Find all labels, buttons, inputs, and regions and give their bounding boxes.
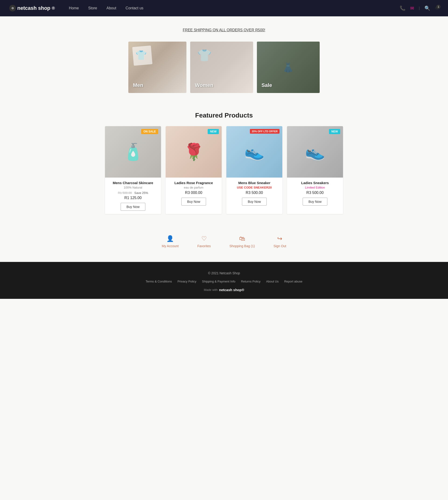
logo-sup: ® <box>52 6 55 11</box>
blue-sneaker-price: R3 500.00 <box>230 191 279 195</box>
products-grid: 🧴 ON SALE Mens Charcoal Skincare 100% Na… <box>105 126 343 214</box>
category-men-label: Men <box>133 82 143 88</box>
footer-copyright: © 2021 Netcash Shop <box>5 271 443 275</box>
blue-sneaker-image: 👟 <box>226 126 282 178</box>
ladies-sneaker-sub: Limited Edition <box>290 186 340 189</box>
banner-link[interactable]: FREE SHIPPING ON ALL ORDERS OVER R500! <box>183 28 265 32</box>
featured-section: Featured Products 🧴 ON SALE Mens Charcoa… <box>96 102 352 223</box>
logo-icon-circle: ⊙ <box>9 5 16 11</box>
blue-sneaker-buy-button[interactable]: Buy Now <box>242 198 267 206</box>
footer-links: Terms & Conditions Privacy Policy Shippi… <box>5 280 443 283</box>
divider: | <box>419 6 420 10</box>
ladies-sneaker-info: Ladies Sneakers Limited Edition R3 500.0… <box>287 178 343 209</box>
nav-store[interactable]: Store <box>88 6 97 10</box>
blue-sneaker-info: Mens Blue Sneaker USE CODE SNEAKER20 R3 … <box>226 178 282 209</box>
sign-out-icon: ↪ <box>277 235 282 242</box>
product-image-blue-sneaker: 👟 20% OFF LTD OFFER <box>226 126 282 178</box>
cart-icon[interactable]: 🛍 1 <box>435 6 439 10</box>
fragrance-name: Ladies Rose Fragrance <box>169 181 218 185</box>
skincare-buy-button[interactable]: Buy Now <box>121 203 145 211</box>
skincare-emoji: 🧴 <box>123 142 143 161</box>
fragrance-sub: eau de parfum <box>169 186 218 189</box>
category-sale[interactable]: 👗 Sale <box>257 42 320 93</box>
featured-title: Featured Products <box>105 112 343 119</box>
made-with-text: Made with <box>204 288 218 292</box>
email-icon[interactable]: ✉ <box>410 5 414 11</box>
ladies-sneaker-buy-button[interactable]: Buy Now <box>303 198 327 206</box>
phone-icon[interactable]: 📞 <box>400 5 405 11</box>
product-image-ladies-sneaker: 👟 NEW <box>287 126 343 178</box>
sign-out-label: Sign Out <box>273 244 286 248</box>
footer-nav: 👤 My Account ♡ Favorites 🛍 Shopping Bag … <box>0 223 448 262</box>
footer-terms[interactable]: Terms & Conditions <box>146 280 172 283</box>
category-men[interactable]: Men <box>128 42 186 93</box>
skincare-info: Mens Charcoal Skincare 100% Natural R1 5… <box>105 178 161 214</box>
logo-text: netcash shop <box>17 5 50 11</box>
ladies-sneaker-name: Ladies Sneakers <box>290 181 340 185</box>
footer-logo-text: netcash shop® <box>219 288 244 292</box>
footer-returns[interactable]: Returns Policy <box>241 280 261 283</box>
blue-sneaker-name: Mens Blue Sneaker <box>230 181 279 185</box>
blue-sneaker-sub: USE CODE SNEAKER20 <box>230 186 279 189</box>
fragrance-badge: NEW <box>208 129 219 134</box>
ladies-sneaker-badge: NEW <box>329 129 340 134</box>
favorites-icon: ♡ <box>201 235 207 242</box>
product-image-fragrance: 🌹 NEW <box>166 126 222 178</box>
site-logo[interactable]: ⊙ netcash shop® <box>9 5 55 11</box>
blue-sneaker-badge: 20% OFF LTD OFFER <box>250 129 280 134</box>
banner-section: FREE SHIPPING ON ALL ORDERS OVER R500! <box>0 16 448 37</box>
blue-sneaker-emoji: 👟 <box>244 142 265 161</box>
product-card-ladies-sneaker: 👟 NEW Ladies Sneakers Limited Edition R3… <box>287 126 343 214</box>
ladies-sneaker-price: R3 500.00 <box>290 191 340 195</box>
skincare-sub: 100% Natural <box>108 186 158 189</box>
favorites-label: Favorites <box>197 244 211 248</box>
nav-home[interactable]: Home <box>69 6 79 10</box>
my-account-label: My Account <box>162 244 178 248</box>
footer-shipping[interactable]: Shipping & Payment Info <box>202 280 235 283</box>
skincare-badge: ON SALE <box>141 129 158 134</box>
fragrance-info: Ladies Rose Fragrance eau de parfum R3 0… <box>166 178 222 209</box>
skincare-save: Save 25% <box>134 191 148 195</box>
category-grid: Men 👕 Women 👗 Sale <box>119 37 329 102</box>
fragrance-buy-button[interactable]: Buy Now <box>181 198 206 206</box>
fragrance-emoji: 🌹 <box>184 142 204 161</box>
main-nav: Home Store About Contact us <box>69 6 400 10</box>
footer-made-with: Made with netcash shop® <box>5 288 443 292</box>
cart-badge: 1 <box>436 5 441 9</box>
skincare-name: Mens Charcoal Skincare <box>108 181 158 185</box>
favorites-nav-item[interactable]: ♡ Favorites <box>197 235 211 248</box>
ladies-sneaker-emoji: 👟 <box>305 142 325 161</box>
nav-contact[interactable]: Contact us <box>126 6 143 10</box>
main-content: FREE SHIPPING ON ALL ORDERS OVER R500! M… <box>0 16 448 262</box>
header-actions: 📞 ✉ | 🔍 🛍 1 <box>400 5 439 11</box>
my-account-icon: 👤 <box>166 235 174 242</box>
footer-about-us[interactable]: About Us <box>266 280 279 283</box>
footer-privacy[interactable]: Privacy Policy <box>177 280 196 283</box>
product-card-fragrance: 🌹 NEW Ladies Rose Fragrance eau de parfu… <box>166 126 222 214</box>
shopping-bag-label: Shopping Bag (1) <box>229 244 255 248</box>
fragrance-price: R3 000.00 <box>169 191 218 195</box>
site-header: ⊙ netcash shop® Home Store About Contact… <box>0 0 448 16</box>
product-image-skincare: 🧴 ON SALE <box>105 126 161 178</box>
product-card-blue-sneaker: 👟 20% OFF LTD OFFER Mens Blue Sneaker US… <box>226 126 282 214</box>
my-account-nav-item[interactable]: 👤 My Account <box>162 235 178 248</box>
search-icon[interactable]: 🔍 <box>424 5 430 11</box>
skincare-was: R1 500.00 <box>118 191 132 195</box>
nav-about[interactable]: About <box>106 6 116 10</box>
shopping-bag-icon: 🛍 <box>239 235 245 242</box>
site-footer: © 2021 Netcash Shop Terms & Conditions P… <box>0 262 448 299</box>
skincare-price-line: R1 500.00 Save 25% <box>108 191 158 195</box>
skincare-price: R1 125.00 <box>108 196 158 200</box>
category-women-label: Women <box>195 82 213 88</box>
product-card-skincare: 🧴 ON SALE Mens Charcoal Skincare 100% Na… <box>105 126 161 214</box>
category-women[interactable]: 👕 Women <box>190 42 253 93</box>
shopping-bag-nav-item[interactable]: 🛍 Shopping Bag (1) <box>229 235 255 248</box>
sign-out-nav-item[interactable]: ↪ Sign Out <box>273 235 286 248</box>
footer-report-abuse[interactable]: Report abuse <box>284 280 302 283</box>
category-sale-label: Sale <box>262 82 272 88</box>
